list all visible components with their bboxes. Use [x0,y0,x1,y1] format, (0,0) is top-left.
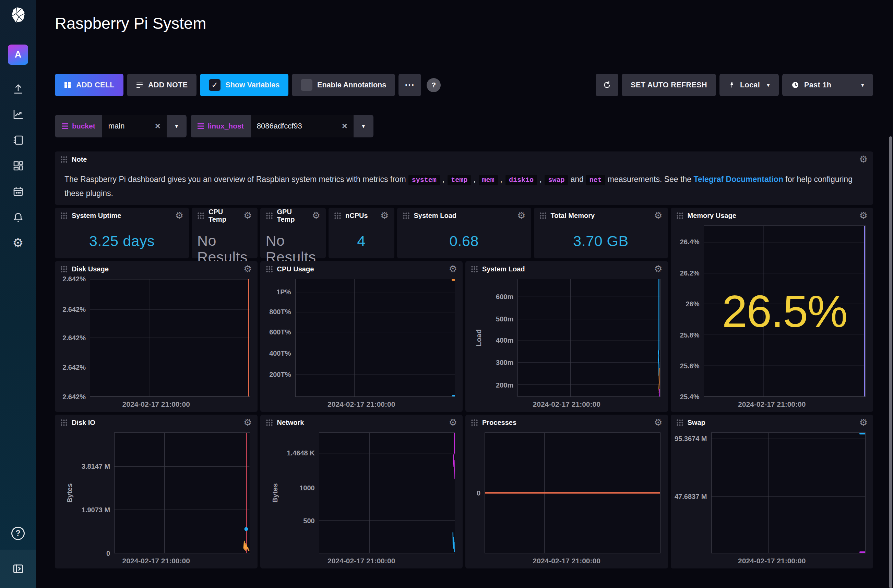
gear-icon[interactable]: ⚙ [517,211,525,220]
refresh-button[interactable] [596,74,618,96]
dashboards-icon [12,160,24,172]
data-point-dot [245,527,248,531]
gear-icon[interactable]: ⚙ [312,211,320,220]
gear-icon[interactable]: ⚙ [449,264,457,274]
drag-handle-icon[interactable] [540,212,547,219]
sidebar-item-tasks[interactable] [12,185,25,198]
dashboard-grid: Note ⚙ The Raspberry Pi dashboard gives … [55,152,873,568]
gear-icon[interactable]: ⚙ [654,211,662,220]
sidebar-help-button[interactable]: ? [11,526,25,540]
gear-icon[interactable]: ⚙ [859,155,867,164]
chart-plot-area[interactable] [484,432,660,554]
variable-bucket-dropdown[interactable]: ▾ [167,115,186,137]
drag-handle-icon[interactable] [334,212,341,219]
variable-linux-host-label-group[interactable]: linux_host [191,115,251,137]
gear-icon[interactable]: ⚙ [859,211,867,220]
gear-icon[interactable]: ⚙ [859,418,867,427]
drag-handle-icon[interactable] [60,419,68,426]
clock-icon [791,81,799,89]
chart-plot-area[interactable] [319,432,455,554]
drag-handle-icon[interactable] [403,212,410,219]
drag-handle-icon[interactable] [60,266,68,273]
drag-handle-icon[interactable] [676,212,684,219]
chart-plot-area[interactable] [517,279,660,397]
chart-plot-area[interactable] [711,432,866,554]
add-note-button[interactable]: ADD NOTE [127,74,197,96]
drag-handle-icon[interactable] [471,419,478,426]
panel-title: Processes [482,419,516,426]
y-axis-ticks: 26.4%26.2%26%25.8%25.6%25.4% [676,225,704,397]
calendar-icon [12,185,24,198]
line-chart-icon [12,108,24,121]
pin-icon [728,81,735,89]
more-options-button[interactable]: ··· [398,74,421,96]
drag-handle-icon[interactable] [266,419,273,426]
panel-system-load-stat: System Load⚙ 0.68 [397,208,531,258]
stat-value: 3.25 days [55,224,189,258]
gear-icon[interactable]: ⚙ [654,418,662,427]
drag-handle-icon[interactable] [60,212,68,219]
variable-name: bucket [72,122,95,130]
chart-plot-area[interactable] [295,279,456,397]
clear-icon[interactable]: × [342,122,347,131]
code-chip: mem [479,175,498,185]
variable-value: 8086adfccf93 [257,122,302,130]
sidebar-item-notebooks[interactable] [12,134,25,147]
drag-handle-icon[interactable] [266,266,273,273]
chevron-down-icon: ▾ [175,123,178,130]
influxdb-logo-icon[interactable] [0,6,36,25]
panel-title: Disk IO [72,419,95,426]
y-axis-ticks: 1.4648 K1000500 [285,432,319,554]
sidebar-item-dashboards[interactable] [12,159,25,172]
collapse-sidebar-icon[interactable] [12,562,25,575]
panel-note: Note ⚙ The Raspberry Pi dashboard gives … [55,152,873,205]
variable-bucket-label-group[interactable]: bucket [55,115,102,137]
org-avatar[interactable]: A [8,45,28,65]
drag-handle-icon[interactable] [676,419,684,426]
chart-plot-area[interactable] [114,432,250,554]
drag-handle-icon[interactable] [197,212,204,219]
gear-icon[interactable]: ⚙ [244,211,252,220]
variable-linux-host-value[interactable]: 8086adfccf93 × [251,115,353,137]
variable-linux-host-dropdown[interactable]: ▾ [353,115,373,137]
enable-annotations-toggle[interactable]: Enable Annotations [292,74,395,96]
code-chip: swap [544,175,568,185]
question-mark-icon: ? [431,81,436,89]
sidebar-item-data-explorer[interactable] [12,108,25,121]
x-axis-label: 2024-02-17 21:00:00 [738,557,806,565]
gear-icon[interactable]: ⚙ [244,418,252,427]
sidebar-item-alerts[interactable] [12,211,25,224]
chart-plot-area[interactable]: 26.5% [704,225,866,397]
telegraf-documentation-link[interactable]: Telegraf Documentation [693,175,783,184]
timezone-dropdown[interactable]: Local ▾ [720,74,779,96]
variable-bucket-value[interactable]: main × [102,115,167,137]
stat-value: 3.70 GB [534,224,668,258]
chart-plot-area[interactable] [90,279,250,397]
gear-icon[interactable]: ⚙ [244,264,252,274]
vertical-scrollbar-thumb[interactable] [889,136,892,588]
dashboard-toolbar: ADD CELL ADD NOTE ✓ Show Variables Enabl… [55,74,873,96]
gear-icon[interactable]: ⚙ [380,211,389,220]
set-auto-refresh-button[interactable]: SET AUTO REFRESH [622,74,716,96]
sidebar-nav: ⚙ [0,82,36,249]
add-cell-button[interactable]: ADD CELL [55,74,123,96]
panel-ncpus: nCPUs⚙ 4 [329,208,394,258]
drag-handle-icon[interactable] [60,156,68,163]
gear-icon[interactable]: ⚙ [654,264,662,274]
panel-gpu-temp: GPU Temp⚙ No Results [260,208,326,258]
gear-icon[interactable]: ⚙ [175,211,183,220]
panel-title: nCPUs [345,212,368,219]
time-range-dropdown[interactable]: Past 1h ▾ [782,74,873,96]
show-variables-toggle[interactable]: ✓ Show Variables [200,74,289,96]
drag-handle-icon[interactable] [266,212,273,219]
drag-handle-icon[interactable] [471,266,478,273]
panel-title: Network [277,419,304,426]
gear-icon[interactable]: ⚙ [449,418,457,427]
stat-empty-state: No Results [192,224,243,265]
sidebar-item-settings[interactable]: ⚙ [12,236,25,249]
clear-icon[interactable]: × [155,122,161,131]
note-text: The Raspberry Pi dashboard gives you an … [55,167,873,200]
toolbar-help-button[interactable]: ? [427,78,440,92]
chevron-down-icon: ▾ [767,81,770,89]
sidebar-item-upload[interactable] [12,82,25,95]
